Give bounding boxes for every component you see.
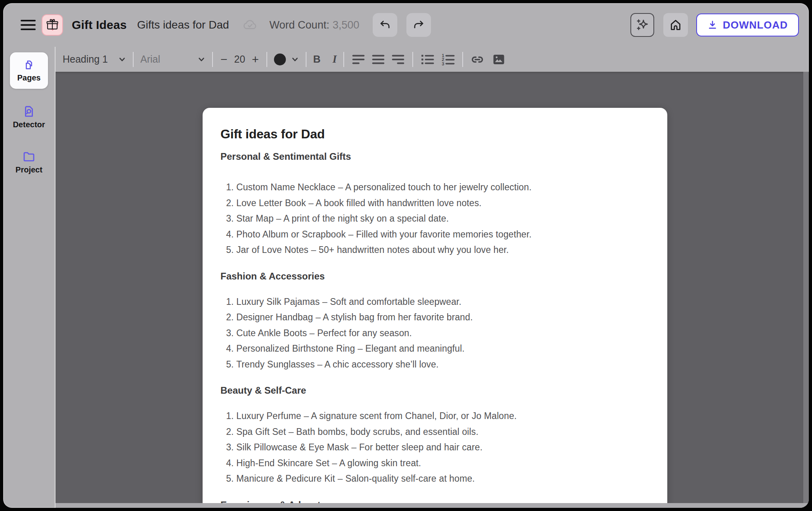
gift-list-item: Photo Album or Scrapbook – Filled with y… [236, 227, 649, 243]
gift-list: Luxury Perfume – A signature scent from … [220, 408, 649, 487]
gift-list-item: Star Map – A print of the night sky on a… [236, 211, 649, 227]
app-title: Gift Ideas [72, 18, 127, 32]
undo-icon [379, 19, 391, 31]
increase-font-size-button[interactable]: + [251, 54, 260, 65]
gift-list-item: Cute Ankle Boots – Perfect for any seaso… [236, 325, 649, 341]
home-button[interactable] [663, 13, 688, 37]
gift-list-item: Jar of Love Notes – 50+ handwritten note… [236, 242, 649, 258]
gift-list-item: Luxury Silk Pajamas – Soft and comfortab… [236, 294, 649, 310]
ai-sparkles-button[interactable] [630, 13, 654, 37]
word-count-label: Word Count: [270, 19, 329, 31]
text-color-icon [274, 54, 286, 65]
toolbar-divider [133, 52, 134, 67]
detector-icon [22, 105, 36, 118]
main-column: Heading 1 Arial − 20 + [56, 47, 809, 508]
sparkles-icon [636, 18, 649, 32]
bullet-list-icon [420, 52, 435, 67]
paragraph-style-dropdown[interactable]: Heading 1 [63, 54, 126, 65]
redo-button[interactable] [406, 13, 431, 37]
project-icon [22, 150, 36, 163]
toolbar-divider [412, 52, 413, 67]
toolbar-divider [266, 52, 267, 67]
italic-button[interactable]: I [333, 53, 337, 65]
left-sidebar: Pages Detector Project [3, 47, 56, 508]
align-left-icon [351, 52, 366, 67]
text-color-dropdown[interactable] [274, 54, 299, 65]
download-button[interactable]: DOWNLOAD [696, 13, 799, 36]
word-count-value: 3,500 [333, 19, 360, 31]
toolbar-divider [306, 52, 306, 67]
gift-list-item: Manicure & Pedicure Kit – Salon-quality … [236, 471, 649, 487]
screenshot-stage: Gift Ideas Gifts ideas for Dad Word Coun… [0, 0, 812, 511]
gift-list-item: Love Letter Book – A book filled with ha… [236, 195, 649, 211]
numbered-list-button[interactable]: 123 [440, 52, 456, 67]
toolbar-divider [462, 52, 463, 67]
sidebar-item-project[interactable]: Project [15, 150, 42, 174]
body-row: Pages Detector Project [3, 47, 809, 508]
chevron-down-icon [291, 56, 299, 63]
gift-list-item: Spa Gift Set – Bath bombs, body scrubs, … [236, 424, 649, 440]
paragraph-style-value: Heading 1 [63, 54, 108, 65]
align-right-icon [391, 52, 406, 67]
document-title: Gift ideas for Dad [220, 126, 649, 142]
home-icon [669, 18, 682, 32]
word-count: Word Count:3,500 [270, 19, 360, 31]
top-header: Gift Ideas Gifts ideas for Dad Word Coun… [3, 3, 809, 47]
image-icon [492, 53, 506, 66]
undo-button[interactable] [373, 13, 397, 37]
align-right-button[interactable] [391, 52, 406, 67]
bold-button[interactable]: B [313, 53, 321, 65]
font-size-value: 20 [234, 54, 245, 65]
insert-link-button[interactable] [470, 52, 485, 67]
download-icon [707, 20, 718, 30]
section-heading: Personal & Sentimental Gifts [220, 150, 649, 163]
font-family-value: Arial [140, 54, 160, 65]
align-left-button[interactable] [351, 52, 366, 67]
chevron-down-icon [118, 56, 126, 63]
sidebar-item-label: Pages [17, 73, 41, 82]
redo-icon [413, 19, 425, 31]
app-window: Gift Ideas Gifts ideas for Dad Word Coun… [3, 3, 809, 508]
sidebar-item-detector[interactable]: Detector [13, 105, 45, 129]
sidebar-item-pages[interactable]: Pages [10, 52, 48, 89]
pages-icon [23, 59, 35, 71]
gift-logo-icon [42, 14, 63, 36]
font-size-stepper: − 20 + [220, 54, 260, 65]
menu-icon[interactable] [21, 20, 36, 30]
cloud-check-icon [242, 17, 258, 33]
gift-list-item: Designer Handbag – A stylish bag from he… [236, 310, 649, 325]
font-family-dropdown[interactable]: Arial [140, 54, 205, 65]
insert-image-button[interactable] [492, 53, 506, 66]
format-toolbar: Heading 1 Arial − 20 + [56, 47, 809, 72]
link-icon [470, 52, 485, 67]
section-heading: Experiences & Adventures [220, 498, 649, 503]
align-center-button[interactable] [371, 52, 386, 67]
editor-canvas[interactable]: Gift ideas for Dad Personal & Sentimenta… [56, 72, 809, 503]
bullet-list-button[interactable] [420, 52, 435, 67]
window-bottom-edge [56, 503, 809, 508]
decrease-font-size-button[interactable]: − [220, 54, 228, 65]
document-sections: Personal & Sentimental GiftsCustom Name … [220, 150, 649, 503]
sidebar-item-label: Detector [13, 120, 45, 129]
chevron-down-icon [197, 56, 205, 63]
gift-list: Custom Name Necklace – A personalized to… [220, 180, 649, 258]
toolbar-divider [343, 52, 344, 67]
document-page[interactable]: Gift ideas for Dad Personal & Sentimenta… [203, 108, 667, 503]
numbered-list-icon: 123 [440, 52, 456, 67]
gift-list-item: Personalized Birthstone Ring – Elegant a… [236, 341, 649, 357]
gift-list-item: Silk Pillowcase & Eye Mask – For better … [236, 440, 649, 455]
document-name[interactable]: Gifts ideas for Dad [137, 19, 229, 31]
toolbar-divider [212, 52, 213, 67]
gift-list-item: Custom Name Necklace – A personalized to… [236, 180, 649, 195]
gift-list: Luxury Silk Pajamas – Soft and comfortab… [220, 294, 649, 373]
sidebar-item-label: Project [15, 165, 42, 174]
section-heading: Fashion & Accessories [220, 270, 649, 283]
gift-list-item: High-End Skincare Set – A glowing skin t… [236, 455, 649, 471]
section-heading: Beauty & Self-Care [220, 384, 649, 397]
align-center-icon [371, 52, 386, 67]
svg-text:3: 3 [442, 61, 444, 66]
download-label: DOWNLOAD [723, 19, 788, 31]
gift-list-item: Luxury Perfume – A signature scent from … [236, 408, 649, 424]
gift-list-item: Trendy Sunglasses – A chic accessory she… [236, 357, 649, 373]
